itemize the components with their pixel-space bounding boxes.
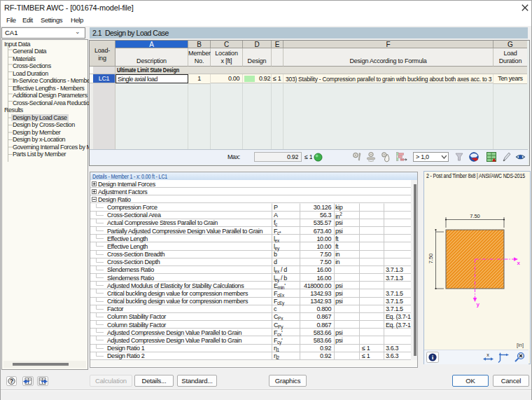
svg-text:7.50: 7.50 <box>428 254 434 264</box>
svg-text:[in]: [in] <box>517 342 524 348</box>
svg-text:> 1,0: > 1,0 <box>416 153 429 160</box>
svg-text:x: x <box>517 260 521 266</box>
svg-text:x: x <box>486 352 489 357</box>
svg-text:y: y <box>477 301 480 308</box>
svg-text:7.50: 7.50 <box>470 213 480 219</box>
svg-text:?: ? <box>10 378 13 385</box>
